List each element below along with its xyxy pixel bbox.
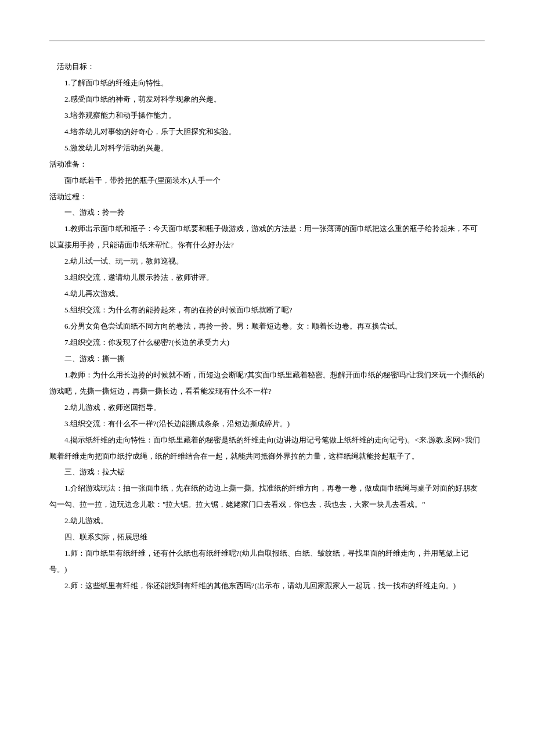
part2-item-3: 3.组织交流：有什么不一样?(沿长边能撕成条条，沿短边撕成碎片。): [49, 416, 485, 432]
part1-item-5: 5.组织交流：为什么有的能拎起来，有的在拎的时候面巾纸就断了呢?: [49, 302, 485, 318]
part2-item-1: 1.教师：为什么用长边拎的时候就不断，而短边会断呢?其实面巾纸里藏着秘密。想解开…: [49, 367, 485, 399]
section1-item-4: 4.培养幼儿对事物的好奇心，乐于大胆探究和实验。: [49, 124, 485, 140]
section1-item-1: 1.了解面巾纸的纤维走向特性。: [49, 75, 485, 91]
part4-item-2: 2.师：这些纸里有纤维，你还能找到有纤维的其他东西吗?(出示布，请幼儿回家跟家人…: [49, 578, 485, 594]
part1-item-2: 2.幼儿试一试、玩一玩，教师巡视。: [49, 253, 485, 269]
part3-title: 三、游戏：拉大锯: [49, 464, 485, 480]
section3-title: 活动过程：: [49, 189, 485, 205]
section1-item-3: 3.培养观察能力和动手操作能力。: [49, 107, 485, 124]
part4-title: 四、联系实际，拓展思维: [49, 529, 485, 545]
part1-item-4: 4.幼儿再次游戏。: [49, 286, 485, 302]
section1-item-2: 2.感受面巾纸的神奇，萌发对科学现象的兴趣。: [49, 91, 485, 107]
part3-item-2: 2.幼儿游戏。: [49, 513, 485, 529]
section2-title: 活动准备：: [49, 156, 485, 172]
part1-item-6: 6.分男女角色尝试面纸不同方向的卷法，再拎一拎。男：顺着短边卷。女：顺着长边卷。…: [49, 318, 485, 334]
section2-item-1: 面巾纸若干，带拎把的瓶子(里面装水)人手一个: [49, 172, 485, 189]
part3-item-1: 1.介绍游戏玩法：抽一张面巾纸，先在纸的边边上撕一撕。找准纸的纤维方向，再卷一卷…: [49, 480, 485, 513]
part1-item-7: 7.组织交流：你发现了什么秘密?(长边的承受力大): [49, 334, 485, 351]
section1-title: 活动目标：: [49, 59, 485, 75]
part1-item-3: 3.组织交流，邀请幼儿展示拎法，教师讲评。: [49, 269, 485, 286]
part2-item-4: 4.揭示纸纤维的走向特性：面巾纸里藏着的秘密是纸的纤维走向(边讲边用记号笔做上纸…: [49, 432, 485, 465]
part1-item-1: 1.教师出示面巾纸和瓶子：今天面巾纸要和瓶子做游戏，游戏的方法是：用一张薄薄的面…: [49, 221, 485, 253]
part2-title: 二、游戏：撕一撕: [49, 351, 485, 367]
horizontal-rule: [49, 41, 485, 41]
part2-item-2: 2.幼儿游戏，教师巡回指导。: [49, 399, 485, 416]
part1-title: 一、游戏：拎一拎: [49, 204, 485, 221]
section1-item-5: 5.激发幼儿对科学活动的兴趣。: [49, 140, 485, 156]
part4-item-1: 1.师：面巾纸里有纸纤维，还有什么纸也有纸纤维呢?(幼儿自取报纸、白纸、皱纹纸，…: [49, 545, 485, 578]
